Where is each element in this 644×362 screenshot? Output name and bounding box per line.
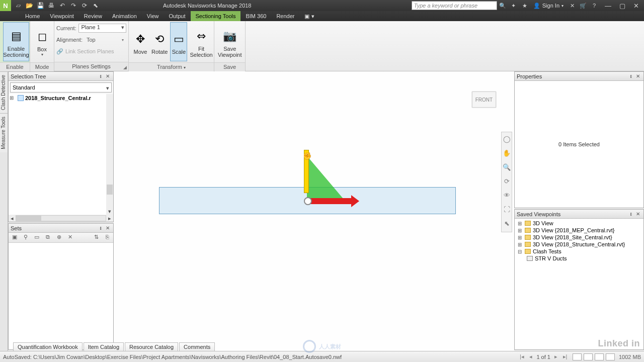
current-plane-dropdown[interactable]: Plane 1 bbox=[78, 24, 126, 33]
selection-tree-mode-dropdown[interactable]: Standard bbox=[10, 82, 112, 93]
quick-access-toolbar: ▱ 📂 💾 🖶 ↶ ↷ ⟳ ⬉ bbox=[11, 2, 103, 10]
pan-icon[interactable]: ✋ bbox=[502, 149, 511, 158]
viewpoint-icon bbox=[527, 256, 533, 261]
tab-camera-icon[interactable]: ▣ ▾ bbox=[299, 11, 319, 21]
last-page-icon[interactable]: ▸| bbox=[561, 353, 569, 360]
sets-search-icon[interactable]: ⚲ bbox=[22, 234, 30, 242]
redo-icon[interactable]: ↷ bbox=[69, 2, 77, 10]
sets-folder-icon[interactable]: ▭ bbox=[33, 234, 41, 242]
sets-delete-icon[interactable]: ✕ bbox=[66, 234, 74, 242]
sv-item[interactable]: ⊞3D View bbox=[516, 220, 642, 227]
fit-selection-button[interactable]: ⇔Fit Selection bbox=[189, 22, 213, 61]
walk-icon[interactable]: ⛶ bbox=[502, 206, 511, 215]
tab-output[interactable]: Output bbox=[164, 11, 191, 21]
rotate-button[interactable]: ⟲Rotate bbox=[151, 22, 168, 61]
tab-review[interactable]: Review bbox=[79, 11, 107, 21]
alignment-dropdown[interactable]: Top bbox=[87, 37, 122, 43]
dock-tab-clash[interactable]: Clash Detective bbox=[0, 71, 8, 113]
viewport[interactable]: FRONT ◯ ✋ 🔍 ⟳ 👁 ⛶ ⬉ ✊ bbox=[114, 71, 514, 351]
star-icon[interactable]: ✦ bbox=[509, 1, 518, 10]
dock-tab-measure[interactable]: Measure Tools bbox=[0, 113, 8, 152]
signin-button[interactable]: 👤Sign In▾ bbox=[533, 3, 564, 9]
tab-viewpoint[interactable]: Viewpoint bbox=[45, 11, 79, 21]
cart-icon[interactable]: 🛒 bbox=[579, 1, 588, 10]
move-button[interactable]: ✥Move bbox=[132, 22, 149, 61]
open-icon[interactable]: 📂 bbox=[25, 2, 33, 10]
properties-header[interactable]: Properties ⫾ ✕ bbox=[515, 72, 643, 81]
sets-header[interactable]: Sets ⫾ ✕ bbox=[9, 224, 113, 233]
sv-item[interactable]: ⊞3D View {2018_Site_Central.rvt} bbox=[516, 234, 642, 241]
sv-item[interactable]: ⊞3D View {2018_MEP_Central.rvt} bbox=[516, 227, 642, 234]
pin-icon[interactable]: ⫾ bbox=[627, 73, 634, 79]
sets-dup-icon[interactable]: ⧉ bbox=[44, 234, 52, 242]
close-icon[interactable]: ✕ bbox=[104, 73, 111, 79]
undo-icon[interactable]: ↶ bbox=[58, 2, 66, 10]
tab-item-catalog[interactable]: Item Catalog bbox=[84, 342, 124, 351]
sets-sort-icon[interactable]: ⇅ bbox=[92, 234, 100, 242]
minimize-button[interactable]: — bbox=[605, 2, 611, 10]
sets-new-icon[interactable]: ▣ bbox=[11, 234, 19, 242]
gizmo-plane[interactable] bbox=[307, 156, 346, 202]
print-icon[interactable]: 🖶 bbox=[47, 2, 55, 10]
tree-vscroll[interactable]: ▾ bbox=[106, 94, 113, 215]
next-page-icon[interactable]: ▸ bbox=[552, 353, 559, 360]
search-input[interactable]: Type a keyword or phrase bbox=[412, 1, 497, 10]
pin-icon[interactable]: ⫾ bbox=[627, 211, 634, 217]
select-tool-icon[interactable]: ⬉ bbox=[502, 220, 511, 229]
planes-launcher-icon[interactable]: ◢ bbox=[123, 63, 127, 72]
refresh-icon[interactable]: ⟳ bbox=[80, 2, 89, 10]
tree-root-item[interactable]: 2018_Structure_Central.r bbox=[9, 94, 113, 103]
scale-button[interactable]: ▭Scale bbox=[170, 22, 187, 61]
tab-animation[interactable]: Animation bbox=[107, 11, 142, 21]
sv-item[interactable]: ⊞3D View {2018_Structure_Central.rvt} bbox=[516, 241, 642, 248]
zoom-icon[interactable]: 🔍 bbox=[502, 163, 511, 172]
tab-render[interactable]: Render bbox=[271, 11, 299, 21]
gizmo-x-axis[interactable] bbox=[307, 198, 352, 204]
close-icon[interactable]: ✕ bbox=[104, 225, 111, 231]
save-viewpoint-button[interactable]: 📷 Save Viewpoint bbox=[217, 22, 243, 61]
tree-hscroll[interactable]: ◂▸ bbox=[9, 215, 113, 222]
tab-home[interactable]: Home bbox=[20, 11, 45, 21]
web-icon[interactable] bbox=[606, 353, 615, 360]
orbit-icon[interactable]: ⟳ bbox=[502, 177, 511, 187]
box-mode-button[interactable]: ◻ Box ▾ bbox=[33, 22, 51, 61]
folder-icon bbox=[525, 242, 531, 247]
first-page-icon[interactable]: |◂ bbox=[518, 353, 525, 360]
pin-icon[interactable]: ⫾ bbox=[97, 73, 104, 79]
prev-page-icon[interactable]: ◂ bbox=[527, 353, 534, 360]
maximize-button[interactable]: ▢ bbox=[619, 2, 625, 10]
render-icon[interactable] bbox=[595, 353, 604, 360]
tab-resource-catalog[interactable]: Resource Catalog bbox=[125, 342, 178, 351]
tab-comments[interactable]: Comments bbox=[179, 342, 215, 351]
select-icon[interactable]: ⬉ bbox=[92, 2, 100, 10]
close-button[interactable]: ✕ bbox=[633, 2, 639, 10]
tab-bim360[interactable]: BIM 360 bbox=[240, 11, 271, 21]
app-logo[interactable]: N bbox=[0, 0, 11, 11]
sets-add-icon[interactable]: ⊕ bbox=[55, 234, 63, 242]
sets-import-icon[interactable]: ⎘ bbox=[103, 234, 111, 242]
app-title: Autodesk Navisworks Manage 2018 bbox=[163, 3, 251, 9]
close-icon[interactable]: ✕ bbox=[634, 73, 641, 79]
tab-sectioning-tools[interactable]: Sectioning Tools bbox=[191, 11, 241, 21]
look-icon[interactable]: 👁 bbox=[502, 192, 511, 201]
disk-icon[interactable] bbox=[584, 353, 593, 360]
help-icon[interactable]: ? bbox=[590, 1, 599, 10]
search-go-icon[interactable]: 🔍 bbox=[498, 1, 507, 10]
close-icon[interactable]: ✕ bbox=[634, 211, 641, 217]
tab-quantification[interactable]: Quantification Workbook bbox=[13, 342, 83, 351]
saved-viewpoints-header[interactable]: Saved Viewpoints ⫾ ✕ bbox=[515, 210, 643, 219]
exchange-icon[interactable]: ✕ bbox=[568, 1, 577, 10]
pin-icon[interactable]: ⫾ bbox=[97, 225, 104, 231]
fav-icon[interactable]: ★ bbox=[520, 1, 529, 10]
tab-view[interactable]: View bbox=[142, 11, 164, 21]
gizmo-origin[interactable] bbox=[304, 197, 312, 205]
wheel-icon[interactable]: ◯ bbox=[502, 135, 511, 144]
selection-tree-header[interactable]: Selection Tree ⫾ ✕ bbox=[9, 72, 113, 81]
sv-child-item[interactable]: STR V Ducts bbox=[516, 255, 642, 262]
viewcube[interactable]: FRONT bbox=[472, 92, 496, 108]
enable-sectioning-button[interactable]: ▤ Enable Sectioning bbox=[3, 22, 29, 61]
sv-item[interactable]: ⊟Clash Tests bbox=[516, 248, 642, 255]
new-icon[interactable]: ▱ bbox=[14, 2, 22, 10]
thumb-view-icon[interactable] bbox=[573, 353, 582, 360]
save-icon[interactable]: 💾 bbox=[36, 2, 44, 10]
